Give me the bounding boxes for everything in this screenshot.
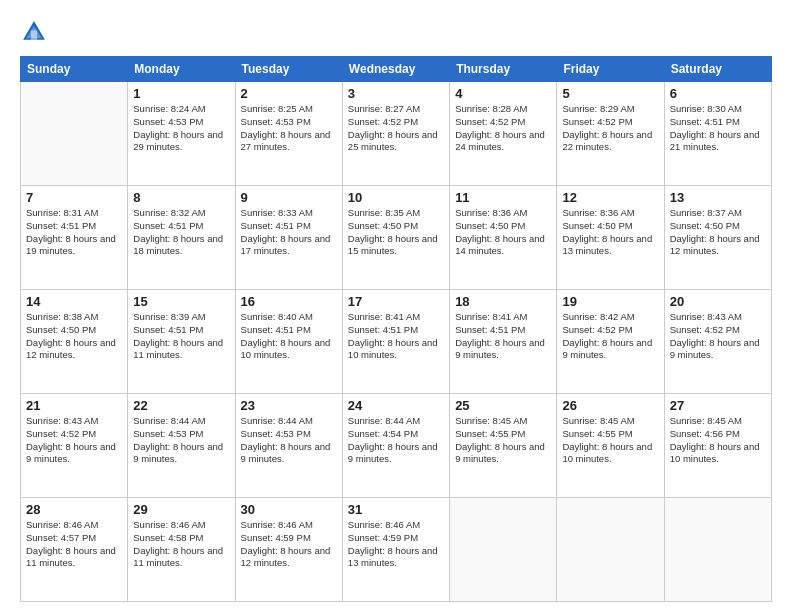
day-info: Sunrise: 8:40 AM Sunset: 4:51 PM Dayligh… [241,311,337,362]
day-cell: 28Sunrise: 8:46 AM Sunset: 4:57 PM Dayli… [21,498,128,602]
day-info: Sunrise: 8:38 AM Sunset: 4:50 PM Dayligh… [26,311,122,362]
day-number: 5 [562,86,658,101]
page: SundayMondayTuesdayWednesdayThursdayFrid… [0,0,792,612]
day-cell: 15Sunrise: 8:39 AM Sunset: 4:51 PM Dayli… [128,290,235,394]
day-info: Sunrise: 8:29 AM Sunset: 4:52 PM Dayligh… [562,103,658,154]
day-cell: 22Sunrise: 8:44 AM Sunset: 4:53 PM Dayli… [128,394,235,498]
week-row-1: 7Sunrise: 8:31 AM Sunset: 4:51 PM Daylig… [21,186,772,290]
weekday-header-row: SundayMondayTuesdayWednesdayThursdayFrid… [21,57,772,82]
day-number: 4 [455,86,551,101]
day-info: Sunrise: 8:37 AM Sunset: 4:50 PM Dayligh… [670,207,766,258]
day-cell [21,82,128,186]
day-cell: 13Sunrise: 8:37 AM Sunset: 4:50 PM Dayli… [664,186,771,290]
day-info: Sunrise: 8:44 AM Sunset: 4:54 PM Dayligh… [348,415,444,466]
day-cell: 27Sunrise: 8:45 AM Sunset: 4:56 PM Dayli… [664,394,771,498]
weekday-header-saturday: Saturday [664,57,771,82]
day-cell [450,498,557,602]
day-number: 21 [26,398,122,413]
week-row-2: 14Sunrise: 8:38 AM Sunset: 4:50 PM Dayli… [21,290,772,394]
day-cell: 29Sunrise: 8:46 AM Sunset: 4:58 PM Dayli… [128,498,235,602]
day-number: 7 [26,190,122,205]
day-number: 8 [133,190,229,205]
day-number: 10 [348,190,444,205]
day-number: 14 [26,294,122,309]
day-number: 11 [455,190,551,205]
day-cell: 30Sunrise: 8:46 AM Sunset: 4:59 PM Dayli… [235,498,342,602]
day-info: Sunrise: 8:42 AM Sunset: 4:52 PM Dayligh… [562,311,658,362]
day-cell: 20Sunrise: 8:43 AM Sunset: 4:52 PM Dayli… [664,290,771,394]
day-cell: 24Sunrise: 8:44 AM Sunset: 4:54 PM Dayli… [342,394,449,498]
day-number: 25 [455,398,551,413]
day-number: 6 [670,86,766,101]
day-number: 9 [241,190,337,205]
day-info: Sunrise: 8:46 AM Sunset: 4:57 PM Dayligh… [26,519,122,570]
day-number: 31 [348,502,444,517]
day-info: Sunrise: 8:41 AM Sunset: 4:51 PM Dayligh… [348,311,444,362]
logo [20,18,50,46]
day-number: 19 [562,294,658,309]
day-number: 2 [241,86,337,101]
day-cell: 10Sunrise: 8:35 AM Sunset: 4:50 PM Dayli… [342,186,449,290]
day-cell: 16Sunrise: 8:40 AM Sunset: 4:51 PM Dayli… [235,290,342,394]
day-number: 20 [670,294,766,309]
day-info: Sunrise: 8:43 AM Sunset: 4:52 PM Dayligh… [670,311,766,362]
day-cell: 8Sunrise: 8:32 AM Sunset: 4:51 PM Daylig… [128,186,235,290]
week-row-0: 1Sunrise: 8:24 AM Sunset: 4:53 PM Daylig… [21,82,772,186]
day-number: 16 [241,294,337,309]
day-number: 26 [562,398,658,413]
day-cell: 7Sunrise: 8:31 AM Sunset: 4:51 PM Daylig… [21,186,128,290]
day-number: 3 [348,86,444,101]
day-number: 28 [26,502,122,517]
day-info: Sunrise: 8:35 AM Sunset: 4:50 PM Dayligh… [348,207,444,258]
day-number: 24 [348,398,444,413]
day-info: Sunrise: 8:39 AM Sunset: 4:51 PM Dayligh… [133,311,229,362]
day-cell: 18Sunrise: 8:41 AM Sunset: 4:51 PM Dayli… [450,290,557,394]
day-cell: 6Sunrise: 8:30 AM Sunset: 4:51 PM Daylig… [664,82,771,186]
day-info: Sunrise: 8:45 AM Sunset: 4:56 PM Dayligh… [670,415,766,466]
day-cell [557,498,664,602]
day-cell: 21Sunrise: 8:43 AM Sunset: 4:52 PM Dayli… [21,394,128,498]
day-info: Sunrise: 8:24 AM Sunset: 4:53 PM Dayligh… [133,103,229,154]
weekday-header-friday: Friday [557,57,664,82]
weekday-header-monday: Monday [128,57,235,82]
day-cell: 31Sunrise: 8:46 AM Sunset: 4:59 PM Dayli… [342,498,449,602]
week-row-3: 21Sunrise: 8:43 AM Sunset: 4:52 PM Dayli… [21,394,772,498]
weekday-header-wednesday: Wednesday [342,57,449,82]
day-cell: 25Sunrise: 8:45 AM Sunset: 4:55 PM Dayli… [450,394,557,498]
week-row-4: 28Sunrise: 8:46 AM Sunset: 4:57 PM Dayli… [21,498,772,602]
day-cell: 19Sunrise: 8:42 AM Sunset: 4:52 PM Dayli… [557,290,664,394]
logo-icon [20,18,48,46]
day-number: 30 [241,502,337,517]
day-number: 13 [670,190,766,205]
day-info: Sunrise: 8:46 AM Sunset: 4:59 PM Dayligh… [348,519,444,570]
day-cell: 4Sunrise: 8:28 AM Sunset: 4:52 PM Daylig… [450,82,557,186]
day-info: Sunrise: 8:31 AM Sunset: 4:51 PM Dayligh… [26,207,122,258]
day-number: 27 [670,398,766,413]
day-info: Sunrise: 8:27 AM Sunset: 4:52 PM Dayligh… [348,103,444,154]
svg-rect-2 [31,30,37,39]
day-info: Sunrise: 8:36 AM Sunset: 4:50 PM Dayligh… [455,207,551,258]
day-info: Sunrise: 8:46 AM Sunset: 4:59 PM Dayligh… [241,519,337,570]
day-number: 12 [562,190,658,205]
day-cell: 3Sunrise: 8:27 AM Sunset: 4:52 PM Daylig… [342,82,449,186]
day-number: 15 [133,294,229,309]
day-info: Sunrise: 8:28 AM Sunset: 4:52 PM Dayligh… [455,103,551,154]
day-info: Sunrise: 8:41 AM Sunset: 4:51 PM Dayligh… [455,311,551,362]
day-cell: 11Sunrise: 8:36 AM Sunset: 4:50 PM Dayli… [450,186,557,290]
header [20,18,772,46]
day-cell: 9Sunrise: 8:33 AM Sunset: 4:51 PM Daylig… [235,186,342,290]
day-cell: 2Sunrise: 8:25 AM Sunset: 4:53 PM Daylig… [235,82,342,186]
day-info: Sunrise: 8:44 AM Sunset: 4:53 PM Dayligh… [241,415,337,466]
day-info: Sunrise: 8:44 AM Sunset: 4:53 PM Dayligh… [133,415,229,466]
day-cell: 26Sunrise: 8:45 AM Sunset: 4:55 PM Dayli… [557,394,664,498]
day-cell: 14Sunrise: 8:38 AM Sunset: 4:50 PM Dayli… [21,290,128,394]
day-cell: 23Sunrise: 8:44 AM Sunset: 4:53 PM Dayli… [235,394,342,498]
weekday-header-sunday: Sunday [21,57,128,82]
day-info: Sunrise: 8:30 AM Sunset: 4:51 PM Dayligh… [670,103,766,154]
day-info: Sunrise: 8:32 AM Sunset: 4:51 PM Dayligh… [133,207,229,258]
day-info: Sunrise: 8:25 AM Sunset: 4:53 PM Dayligh… [241,103,337,154]
day-cell [664,498,771,602]
day-cell: 5Sunrise: 8:29 AM Sunset: 4:52 PM Daylig… [557,82,664,186]
day-number: 18 [455,294,551,309]
day-cell: 12Sunrise: 8:36 AM Sunset: 4:50 PM Dayli… [557,186,664,290]
